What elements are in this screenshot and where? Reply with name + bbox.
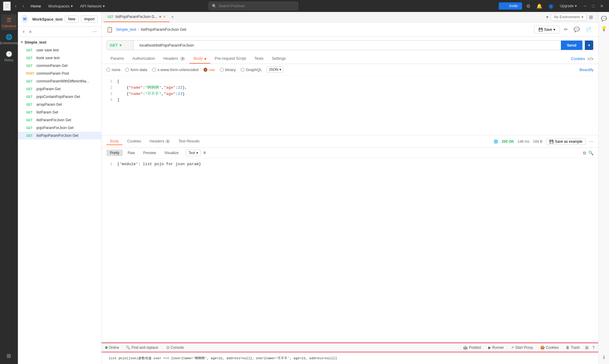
maximize-button[interactable]: □ [590,2,597,10]
new-tab-button[interactable]: + [169,12,176,22]
option-graphql[interactable]: GraphQL [241,67,262,72]
tab-pre-request[interactable]: Pre-request Script [210,54,250,64]
list-item[interactable]: GET pojoParamForJson Get [18,124,101,132]
list-item[interactable]: GET book save test [18,54,101,62]
option-x-www[interactable]: x-www-form-urlencoded [152,67,199,72]
send-dropdown-button[interactable]: ▾ [585,41,593,50]
list-item[interactable]: GET arrayParam Get [18,101,101,108]
avatar-icon[interactable]: ◉ [547,1,555,11]
home-link[interactable]: Home [28,3,44,10]
code-icon[interactable]: </> [587,56,593,61]
save-button[interactable]: 💾 Save ▾ [534,26,560,33]
tab-body[interactable]: Body [189,54,210,64]
trash-btn[interactable]: 🗑 Trash [564,345,582,351]
forward-button[interactable]: › [21,2,26,10]
format-pretty-btn[interactable]: Pretty [106,150,123,156]
environment-selector[interactable]: No Environment ▾ [551,13,587,21]
search-response-btn[interactable]: 🔍 [588,150,593,156]
right-panel-bulb-btn[interactable]: 💡 [599,24,608,33]
minimize-button[interactable]: ─ [582,2,589,10]
close-button[interactable]: ✕ [598,2,606,10]
comment-icon[interactable]: 💬 [572,25,582,33]
right-panel-chat-btn[interactable]: 💬 [599,14,608,23]
invite-button[interactable]: 👤 Invite [499,2,522,10]
list-item[interactable]: POST commonParam Post [18,70,101,77]
tab-params[interactable]: Params [106,54,128,64]
list-item[interactable]: GET user save test [18,46,101,54]
notifications-icon[interactable]: 🔔 [535,2,544,10]
list-item[interactable]: GET commonParam Get [18,62,101,70]
cookies-btn[interactable]: 🍪 Cookies [538,345,561,351]
sidebar-item-history[interactable]: 🕐 History [1,48,17,64]
response-more-button[interactable]: ⋯ [589,139,593,144]
settings-icon[interactable]: ⚙ [524,2,532,10]
json-type-select[interactable]: JSON ▾ [267,66,283,73]
list-item[interactable]: GET listParam Get [18,108,101,116]
postbot-btn[interactable]: 🤖 Postbot [461,345,483,351]
runner-btn[interactable]: ▶ Runner [486,345,506,351]
tab-headers[interactable]: Headers 8 [159,54,189,64]
resp-tab-body[interactable]: Body [106,138,123,145]
format-raw-btn[interactable]: Raw [124,150,138,156]
save-example-button[interactable]: 💾 Save as example [546,138,586,145]
list-item[interactable]: GET pojoContainPojoParam Get [18,93,101,101]
send-button[interactable]: Send [561,41,582,50]
resp-tab-test-results[interactable]: Test Results [175,138,203,145]
help-btn[interactable]: ? [592,345,595,350]
api-network-menu[interactable]: API Network ▾ [78,3,107,10]
sidebar-item-other[interactable]: ⊞ [1,350,17,362]
item-name: user save test [36,48,59,52]
cookies-link[interactable]: Cookies [571,56,585,61]
breadcrumb-collection[interactable]: Simple_test [116,27,136,32]
layout-btn[interactable]: ⊞ [585,345,589,350]
copy-response-btn[interactable]: ⧉ [583,150,586,156]
resp-tab-headers[interactable]: Headers 4 [146,138,174,145]
edit-icon[interactable]: ✏ [562,25,570,33]
code-editor[interactable]: 1 [ 2 {"name":"啊啊啊","age":22}, 3 {"name"… [102,76,598,135]
option-none[interactable]: none [106,67,120,72]
env-settings-icon[interactable]: ⊞ [589,14,593,20]
right-panel-info-btn[interactable]: ℹ [602,353,606,362]
new-collection-button[interactable]: New [65,16,79,23]
text-type-select[interactable]: Text ▾ [186,150,201,156]
workspaces-menu[interactable]: Workspaces ▾ [46,3,75,10]
wrap-lines-btn[interactable]: ≡ [203,150,206,156]
search-bar[interactable]: 🔍 [209,2,298,10]
menu-icon[interactable]: ☰ [3,1,11,11]
list-item[interactable]: GET listParamForJson Get [18,116,101,124]
list-item[interactable]: GET listPojoParamForJson Get [18,132,101,139]
import-button[interactable]: Import [81,16,98,23]
resp-tab-cookies[interactable]: Cookies [124,138,145,145]
search-input[interactable] [218,4,295,8]
format-visualize-btn[interactable]: Visualize [161,150,182,156]
list-item[interactable]: GET commonParamWithDifferentNa... [18,77,101,85]
info-icon[interactable]: 📄 [584,25,593,33]
request-tab-active[interactable]: GET listPojoParamForJson G... ✕ [104,12,169,22]
option-binary[interactable]: binary [220,67,236,72]
back-button[interactable]: ‹ [13,2,18,10]
tab-settings[interactable]: Settings [267,54,290,64]
sidebar-item-environments[interactable]: 🌐 Environments [1,31,17,47]
start-proxy-btn[interactable]: ↗ Start Proxy [509,345,535,351]
option-form-data[interactable]: form-data [125,67,147,72]
url-input[interactable] [136,41,558,50]
method-select[interactable]: GET ▾ [107,41,134,50]
tab-tests[interactable]: Tests [250,54,267,64]
beautify-button[interactable]: Beautify [579,67,593,72]
add-collection-btn[interactable]: + [21,28,26,35]
format-preview-btn[interactable]: Preview [140,150,160,156]
upgrade-button[interactable]: Upgrade ▾ [558,3,579,9]
filter-btn[interactable]: ≡ [27,28,33,35]
find-replace-btn[interactable]: 🔍 Find and replace [124,345,160,351]
collection-list: ▾ Simple_test GET user save test GET boo… [18,37,101,364]
collection-header[interactable]: ▾ Simple_test [18,38,101,46]
tab-close-button[interactable]: ✕ [163,15,166,19]
option-raw[interactable]: raw [203,67,215,72]
list-item[interactable]: GET pojoParam Get [18,85,101,93]
sidebar-item-collections[interactable]: ☰ Collections [1,14,17,30]
more-options-btn[interactable]: ⋯ [91,28,98,35]
tab-dropdown-button[interactable]: ▾ [546,15,548,19]
url-bar: GET ▾ Send ▾ [106,40,593,50]
tab-authorization[interactable]: Authorization [128,54,159,64]
console-btn[interactable]: ⊡ Console [165,345,186,351]
